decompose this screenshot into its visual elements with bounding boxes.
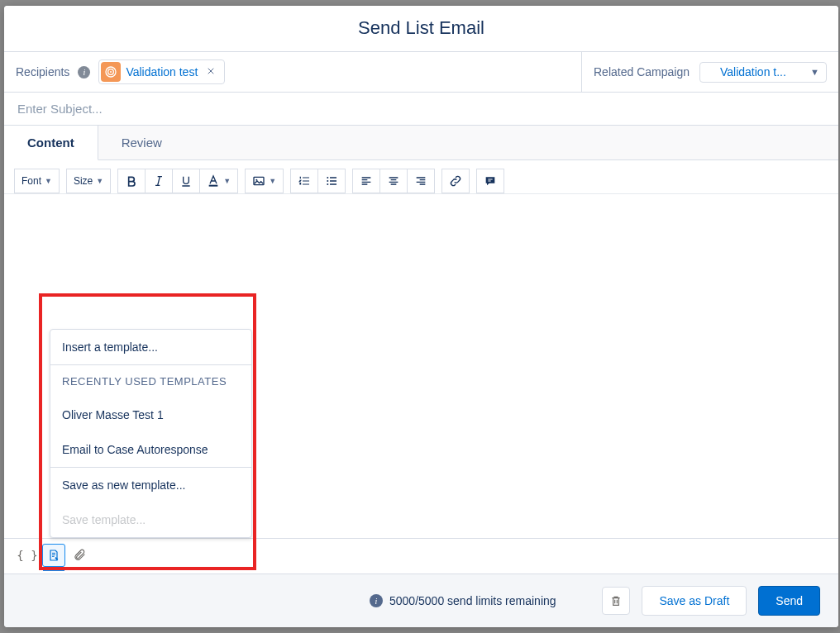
text-color-button[interactable]: ▼ [200,169,238,193]
recipients-label: Recipients [16,65,69,79]
template-recent-item[interactable]: Oliver Masse Test 1 [50,397,251,432]
related-campaign-field: Related Campaign Validation t... ▼ [582,52,838,92]
template-recent-item[interactable]: Email to Case Autoresponse [50,432,251,467]
merge-field-button[interactable]: { } [16,544,39,567]
bold-button[interactable] [117,169,146,193]
editor-body[interactable]: Insert a template... RECENTLY USED TEMPL… [4,194,838,538]
tab-content[interactable]: Content [4,126,98,160]
send-limits: i 5000/5000 send limits remaining [370,594,556,607]
tabs: Content Review [4,126,838,160]
info-icon: i [370,594,383,607]
image-button[interactable]: ▼ [245,169,284,193]
recent-templates-header: RECENTLY USED TEMPLATES [50,364,251,397]
template-button[interactable] [42,544,65,567]
related-campaign-label: Related Campaign [594,65,690,79]
attachment-button[interactable] [69,544,92,567]
campaign-icon [101,62,121,82]
recipient-chip[interactable]: Validation test [98,59,225,84]
svg-point-11 [327,183,328,185]
subject-input[interactable] [16,101,827,117]
save-new-template-menu-item[interactable]: Save as new template... [50,468,251,502]
chevron-down-icon: ▼ [810,67,819,77]
recipients-row: Recipients i Validation test Related Cam… [4,52,838,93]
tab-review[interactable]: Review [98,126,185,159]
svg-point-10 [327,180,328,182]
align-right-button[interactable] [408,169,435,193]
info-icon[interactable]: i [78,66,90,79]
bullet-list-button[interactable] [318,169,346,193]
related-campaign-select[interactable]: Validation t... ▼ [699,62,827,83]
send-button[interactable]: Send [758,586,820,616]
align-center-button[interactable] [380,169,408,193]
modal-title: Send List Email [4,17,838,39]
underline-button[interactable] [173,169,200,193]
modal-footer: i 5000/5000 send limits remaining Save a… [4,574,838,627]
svg-rect-7 [254,177,264,184]
svg-point-2 [110,71,112,73]
numbered-list-button[interactable] [290,169,318,193]
svg-point-9 [327,177,328,178]
save-template-menu-item: Save template... [50,502,251,537]
insert-template-menu-item[interactable]: Insert a template... [50,330,251,364]
campaign-icon [702,64,715,80]
svg-point-5 [708,70,709,72]
comment-button[interactable] [476,169,504,193]
modal-header: Send List Email [4,6,838,52]
editor-toolbar: Font▼ Size▼ ▼ ▼ [4,160,838,194]
send-list-email-modal: Send List Email Recipients i Validation … [4,6,838,627]
recipients-field[interactable]: Recipients i Validation test [4,52,582,92]
recipient-chip-label[interactable]: Validation test [126,65,198,79]
save-draft-button[interactable]: Save as Draft [642,586,747,616]
font-dropdown[interactable]: Font▼ [14,169,60,193]
related-campaign-value: Validation t... [720,65,805,79]
italic-button[interactable] [146,169,173,193]
close-icon[interactable] [203,66,219,79]
subject-field[interactable] [4,93,838,126]
align-left-button[interactable] [352,169,380,193]
size-dropdown[interactable]: Size▼ [66,169,111,193]
delete-button[interactable] [602,587,630,615]
svg-rect-6 [209,185,218,187]
link-button[interactable] [441,169,470,193]
template-popup: Insert a template... RECENTLY USED TEMPL… [50,329,252,538]
bottom-toolbar: { } [4,538,838,574]
